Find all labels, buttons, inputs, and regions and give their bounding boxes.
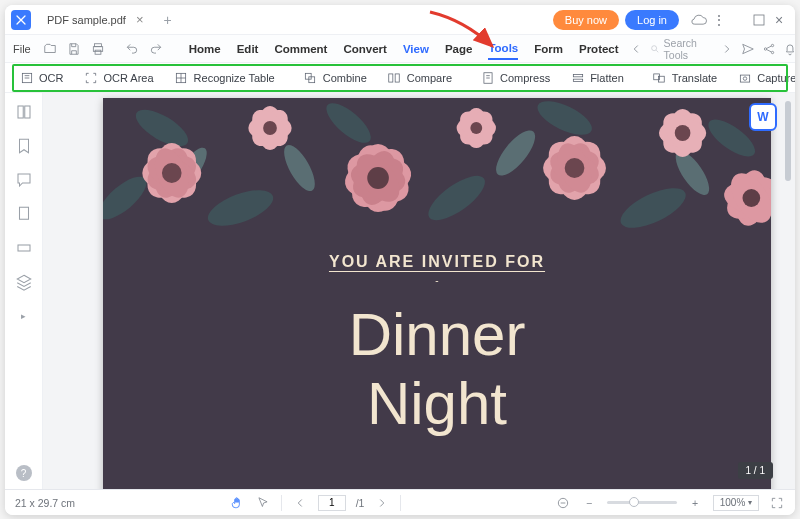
export-word-badge[interactable]: W [749, 103, 777, 131]
help-button[interactable]: ? [16, 465, 32, 481]
svg-point-7 [765, 47, 767, 49]
svg-point-85 [565, 158, 585, 178]
compare-button[interactable]: Compare [381, 67, 458, 88]
compress-button[interactable]: Compress [474, 67, 556, 88]
capture-button[interactable]: Capture▾ [731, 67, 795, 88]
share-icon[interactable] [762, 40, 777, 58]
tab-edit[interactable]: Edit [237, 39, 259, 59]
page-number-input[interactable] [318, 495, 346, 511]
layers-icon[interactable] [15, 273, 33, 291]
main-heading-line1: Dinner [103, 300, 771, 369]
combine-button[interactable]: Combine [297, 67, 373, 88]
bell-icon[interactable] [783, 40, 795, 58]
comment-icon[interactable] [15, 171, 33, 189]
tools-toolbar-highlight: OCR OCR Area Recognize Table Combine Com… [5, 63, 795, 93]
tab-tools[interactable]: Tools [488, 38, 518, 60]
left-sidebar: ▸ ? [5, 93, 43, 489]
tab-comment[interactable]: Comment [274, 39, 327, 59]
save-icon[interactable] [67, 40, 81, 58]
page-indicator-badge: 1 / 1 [738, 462, 773, 479]
attachment-icon[interactable] [15, 205, 33, 223]
vertical-scrollbar[interactable] [785, 99, 791, 429]
tab-page[interactable]: Page [445, 39, 473, 59]
open-icon[interactable] [43, 40, 57, 58]
separator [281, 495, 282, 511]
tools-toolbar: OCR OCR Area Recognize Table Combine Com… [5, 63, 795, 93]
undo-icon[interactable] [125, 40, 139, 58]
buy-now-button[interactable]: Buy now [553, 10, 619, 30]
field-icon[interactable] [15, 239, 33, 257]
print-icon[interactable] [91, 40, 105, 58]
tab-protect[interactable]: Protect [579, 39, 619, 59]
ocr-button[interactable]: OCR [13, 67, 69, 88]
zoom-out-icon[interactable]: − [581, 495, 597, 511]
pdf-page[interactable]: YOU ARE INVITED FOR - Dinner Night [103, 98, 771, 489]
zoom-slider[interactable] [607, 501, 677, 504]
tab-home[interactable]: Home [189, 39, 221, 59]
chevron-right-icon[interactable] [720, 40, 735, 58]
svg-point-76 [470, 122, 482, 134]
svg-point-95 [743, 189, 761, 207]
svg-point-26 [743, 76, 747, 80]
tab-title: PDF sample.pdf [47, 14, 126, 26]
status-bar: 21 x 29.7 cm /1 − + 100%▾ [5, 489, 795, 515]
document-tab[interactable]: PDF sample.pdf × [39, 8, 153, 32]
table-icon [174, 70, 189, 85]
file-menu[interactable]: File [13, 43, 31, 55]
tab-view[interactable]: View [403, 39, 429, 59]
send-icon[interactable] [741, 40, 756, 58]
zoom-in-icon[interactable]: + [687, 495, 703, 511]
combine-icon [303, 70, 318, 85]
app-logo-icon [11, 10, 31, 30]
fit-width-icon[interactable] [555, 495, 571, 511]
recognize-table-button[interactable]: Recognize Table [168, 67, 281, 88]
menu-bar: File Home Edit Comment Convert View Page… [5, 35, 795, 63]
hand-tool-icon[interactable] [229, 495, 245, 511]
fullscreen-icon[interactable] [769, 495, 785, 511]
login-button[interactable]: Log in [625, 10, 679, 30]
svg-rect-21 [573, 74, 582, 76]
thumbnails-icon[interactable] [15, 103, 33, 121]
chevron-left-icon[interactable] [629, 40, 644, 58]
svg-point-8 [772, 44, 774, 46]
svg-rect-19 [395, 73, 399, 81]
kebab-menu-icon[interactable]: ⋮ [709, 10, 729, 30]
prev-page-icon[interactable] [292, 495, 308, 511]
svg-line-6 [656, 50, 658, 52]
page-dimensions: 21 x 29.7 cm [15, 497, 75, 509]
close-tab-icon[interactable]: × [136, 12, 144, 27]
main-heading-line2: Night [103, 369, 771, 438]
svg-rect-32 [24, 106, 29, 118]
floral-header-image [103, 98, 771, 233]
page-total: /1 [356, 497, 365, 509]
tab-form[interactable]: Form [534, 39, 563, 59]
next-page-icon[interactable] [374, 495, 390, 511]
translate-button[interactable]: Translate [646, 67, 723, 88]
ocr-area-button[interactable]: OCR Area [77, 67, 159, 88]
svg-rect-4 [95, 50, 101, 54]
add-tab-button[interactable]: + [163, 12, 171, 28]
svg-rect-34 [18, 245, 30, 251]
tab-convert[interactable]: Convert [343, 39, 386, 59]
flatten-button[interactable]: Flatten [564, 67, 630, 88]
redo-icon[interactable] [149, 40, 163, 58]
svg-rect-25 [740, 75, 749, 82]
select-tool-icon[interactable] [255, 495, 271, 511]
search-tools[interactable]: Search Tools [650, 37, 714, 61]
zoom-value-select[interactable]: 100%▾ [713, 495, 759, 511]
expand-sidebar-icon[interactable]: ▸ [21, 311, 26, 321]
ocr-icon [19, 70, 34, 85]
capture-icon [737, 70, 752, 85]
maximize-icon[interactable] [749, 10, 769, 30]
separator [400, 495, 401, 511]
translate-icon [652, 70, 667, 85]
minimize-icon[interactable] [729, 10, 749, 30]
compress-icon [480, 70, 495, 85]
svg-point-90 [675, 125, 691, 141]
bookmark-icon[interactable] [15, 137, 33, 155]
svg-rect-2 [94, 43, 101, 46]
compare-icon [387, 70, 402, 85]
invitation-text: YOU ARE INVITED FOR - Dinner Night [103, 233, 771, 438]
close-window-icon[interactable]: × [769, 10, 789, 30]
cloud-icon[interactable] [689, 10, 709, 30]
